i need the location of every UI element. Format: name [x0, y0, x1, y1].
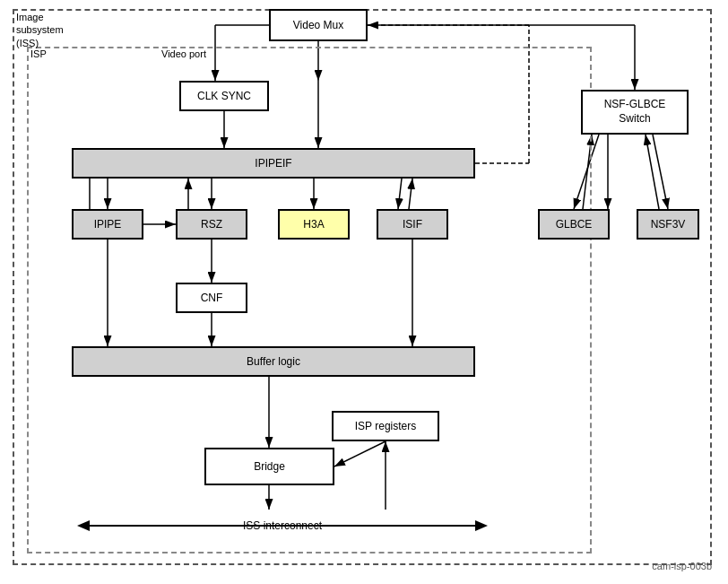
iss-interconnect-label: ISS interconnect [243, 519, 322, 532]
isif-box: ISIF [377, 209, 448, 240]
video-mux-label: Video Mux [293, 19, 343, 31]
buffer-logic-box: Buffer logic [72, 346, 475, 377]
glbce-box: GLBCE [538, 209, 610, 240]
isp-registers-label: ISP registers [355, 420, 416, 432]
clk-sync-box: CLK SYNC [179, 81, 269, 111]
nsf3v-label: NSF3V [651, 218, 686, 231]
videoport-label: Video port [161, 48, 206, 59]
cnf-label: CNF [201, 292, 223, 304]
isif-label: ISIF [403, 218, 422, 231]
nsf-glbce-switch-label: NSF-GLBCESwitch [604, 98, 666, 126]
rsz-label: RSZ [201, 218, 222, 231]
isp-registers-box: ISP registers [332, 411, 439, 441]
nsf3v-box: NSF3V [637, 209, 699, 240]
ipipeif-box: IPIPEIF [72, 148, 475, 179]
rsz-box: RSZ [176, 209, 247, 240]
bridge-label: Bridge [254, 460, 285, 473]
iss-interconnect-box: ISS interconnect [77, 510, 488, 542]
glbce-label: GLBCE [556, 218, 593, 231]
diagram-container: Image subsystem (ISS) ISP Video port Vid… [0, 0, 728, 584]
iss-label: Image subsystem (ISS) [16, 11, 64, 49]
isp-label: ISP [30, 48, 47, 59]
ipipeif-label: IPIPEIF [255, 157, 291, 170]
buffer-logic-label: Buffer logic [247, 355, 300, 368]
h3a-box: H3A [278, 209, 350, 240]
clk-sync-label: CLK SYNC [197, 90, 251, 102]
nsf-glbce-switch-box: NSF-GLBCESwitch [581, 90, 689, 135]
cnf-box: CNF [176, 283, 247, 313]
ipipe-label: IPIPE [94, 218, 122, 231]
ipipe-box: IPIPE [72, 209, 143, 240]
video-mux-box: Video Mux [269, 9, 368, 41]
h3a-label: H3A [303, 218, 324, 231]
diagram-id: cam-isp-003b [652, 561, 712, 571]
bridge-box: Bridge [204, 448, 334, 485]
